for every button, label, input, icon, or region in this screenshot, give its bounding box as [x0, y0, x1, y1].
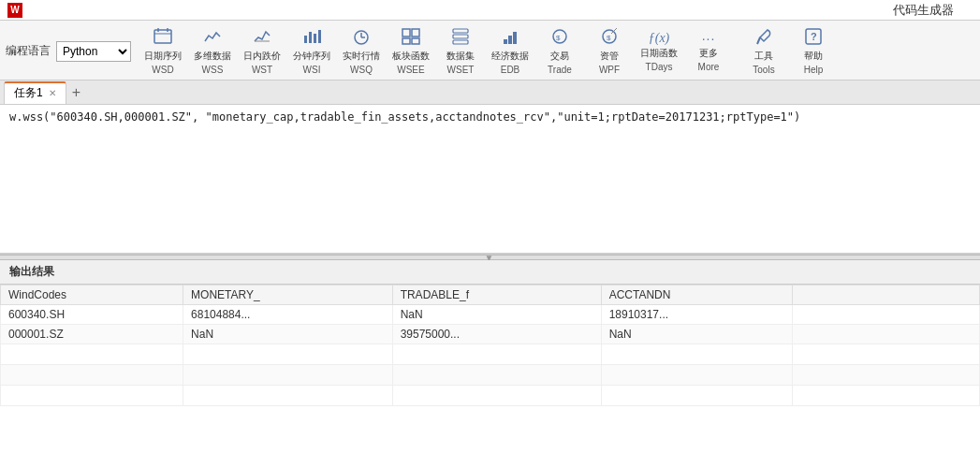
tab-task1[interactable]: 任务1 ✕ — [4, 81, 66, 104]
wsee-icon — [402, 28, 420, 48]
table-cell-2-0 — [1, 344, 183, 365]
svg-rect-14 — [402, 38, 410, 44]
svg-rect-18 — [453, 40, 468, 44]
wst-label-bot: WST — [252, 65, 272, 75]
tab-label: 任务1 — [14, 85, 43, 101]
wsi-label-bot: WSI — [303, 65, 321, 75]
more-icon: ··· — [702, 32, 716, 45]
trade-label-bot: Trade — [548, 65, 572, 75]
wsd-label-top: 日期序列 — [144, 50, 182, 63]
ribbon-btn-wss[interactable]: 多维数据 WSS — [188, 24, 237, 78]
svg-rect-16 — [453, 29, 468, 33]
ribbon-btn-wsd[interactable]: 日期序列 WSD — [139, 24, 187, 78]
table-cell-1-extra — [793, 325, 980, 344]
ribbon-btn-help[interactable]: ? 帮助 Help — [789, 24, 838, 78]
svg-rect-0 — [154, 30, 171, 43]
more-label-top: 更多 — [699, 47, 718, 60]
table-row: 600340.SH68104884...NaN18910317... — [1, 305, 980, 325]
ribbon-btn-wset[interactable]: 数据集 WSET — [436, 24, 485, 78]
wss-label-bot: WSS — [202, 65, 224, 75]
trade-label-top: 交易 — [550, 50, 569, 63]
table-cell-4-2 — [392, 386, 601, 406]
code-editor[interactable]: w.wss("600340.SH,000001.SZ", "monetary_c… — [0, 105, 980, 255]
ribbon: 编程语言 Python C++ Java 日期序列 WSD 多维数据 WSS — [0, 21, 980, 80]
ribbon-btn-trade[interactable]: $ 交易 Trade — [535, 24, 584, 78]
wst-label-top: 日内跌价 — [243, 50, 281, 63]
ribbon-btn-wsq[interactable]: 实时行情 WSQ — [337, 24, 386, 78]
help-icon: ? — [804, 28, 823, 48]
ribbon-btn-wpf[interactable]: $ 资管 WPF — [585, 24, 634, 78]
col-header-0: WindCodes — [1, 285, 183, 305]
ribbon-btn-wsee[interactable]: 板块函数 WSEE — [387, 24, 435, 78]
table-cell-2-3 — [601, 344, 792, 365]
ribbon-toolbar: 日期序列 WSD 多维数据 WSS 日内跌价 WST — [139, 24, 974, 78]
wss-icon — [203, 28, 222, 48]
tab-add-btn[interactable]: + — [68, 84, 84, 101]
ribbon-btn-edb[interactable]: 经济数据 EDB — [486, 24, 534, 78]
tab-bar: 任务1 ✕ + — [0, 80, 980, 105]
ribbon-btn-tools[interactable]: 工具 Tools — [739, 24, 788, 78]
svg-text:$: $ — [556, 34, 561, 42]
svg-rect-21 — [513, 32, 517, 44]
wsq-label-top: 实时行情 — [343, 50, 380, 63]
svg-rect-5 — [304, 36, 307, 43]
ribbon-btn-more[interactable]: ··· 更多 More — [684, 28, 733, 75]
svg-rect-7 — [314, 34, 316, 43]
table-cell-0-2: NaN — [392, 305, 601, 325]
svg-line-27 — [757, 37, 760, 44]
title-bar: W 代码生成器 — [0, 0, 980, 21]
col-header-2: TRADABLE_f — [392, 285, 601, 305]
tools-label-bot: Tools — [753, 65, 774, 75]
wsd-icon — [154, 28, 172, 48]
svg-rect-12 — [402, 29, 410, 37]
wsee-label-top: 板块函数 — [392, 50, 430, 63]
edb-icon — [501, 28, 519, 48]
code-text: w.wss("600340.SH,000001.SZ", "monetary_c… — [9, 110, 800, 124]
tools-label-top: 工具 — [754, 50, 773, 63]
output-header: 输出结果 — [0, 260, 980, 285]
table-cell-2-1 — [183, 344, 393, 365]
tdays-label-bot: TDays — [646, 62, 673, 72]
wpf-label-bot: WPF — [599, 65, 620, 75]
wpf-icon: $ — [600, 28, 619, 48]
table-cell-4-1 — [183, 386, 393, 406]
table-cell-1-2: 39575000... — [392, 325, 601, 344]
ribbon-btn-tdays[interactable]: ƒ(x) 日期函数 TDays — [635, 28, 683, 75]
svg-rect-19 — [504, 39, 507, 44]
col-header-1: MONETARY_ — [183, 285, 393, 305]
table-cell-4-0 — [1, 386, 183, 406]
svg-text:$: $ — [607, 34, 611, 42]
svg-rect-17 — [453, 35, 468, 38]
main-content: w.wss("600340.SH,000001.SZ", "monetary_c… — [0, 105, 980, 468]
table-row — [1, 386, 980, 406]
wss-label-top: 多维数据 — [194, 50, 231, 63]
table-cell-4-extra — [793, 386, 980, 406]
lang-row: 编程语言 Python C++ Java 日期序列 WSD 多维数据 WSS — [0, 22, 980, 80]
tab-close-btn[interactable]: ✕ — [49, 88, 56, 98]
table-row — [1, 344, 980, 365]
ribbon-btn-wst[interactable]: 日内跌价 WST — [238, 24, 286, 78]
edb-label-top: 经济数据 — [491, 50, 529, 63]
table-cell-1-3: NaN — [601, 325, 792, 344]
table-cell-0-1: 68104884... — [183, 305, 393, 325]
svg-rect-13 — [412, 29, 419, 37]
edb-label-bot: EDB — [501, 65, 520, 75]
wset-icon — [451, 28, 470, 48]
wsq-icon — [352, 28, 371, 48]
svg-rect-8 — [318, 30, 321, 43]
lang-select[interactable]: Python C++ Java — [56, 41, 131, 62]
output-area: 输出结果 WindCodes MONETARY_ TRADABLE_f ACCT… — [0, 260, 980, 468]
wsd-label-bot: WSD — [152, 65, 173, 75]
ribbon-btn-wsi[interactable]: 分钟序列 WSI — [287, 24, 336, 78]
svg-rect-20 — [508, 36, 512, 44]
trade-icon: $ — [550, 28, 569, 48]
more-label-bot: More — [698, 62, 720, 72]
table-row: 000001.SZNaN39575000...NaN — [1, 325, 980, 344]
col-header-4 — [793, 285, 980, 305]
svg-text:?: ? — [811, 31, 817, 42]
help-label-top: 帮助 — [804, 50, 823, 63]
table-cell-3-2 — [392, 365, 601, 386]
wsi-icon — [302, 28, 321, 48]
table-cell-0-0: 600340.SH — [1, 305, 183, 325]
app-title: 代码生成器 — [893, 2, 954, 19]
